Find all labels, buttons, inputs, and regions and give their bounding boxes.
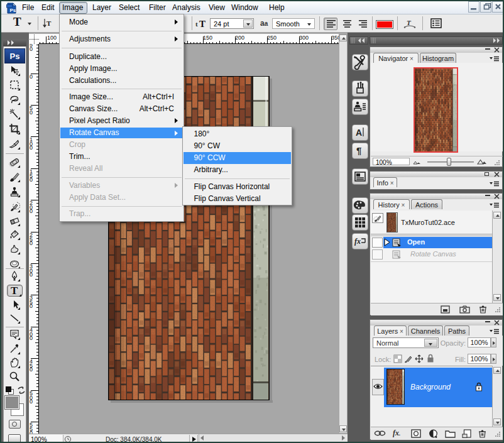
svg-text:t: t (195, 20, 198, 28)
svg-text:A: A (356, 128, 362, 138)
svg-text:Ps: Ps (10, 8, 16, 13)
svg-text:fx: fx (354, 237, 361, 246)
svg-text:T: T (47, 19, 52, 27)
svg-text:T: T (407, 19, 412, 26)
svg-text:¶: ¶ (356, 145, 361, 156)
svg-text:T: T (199, 19, 205, 28)
